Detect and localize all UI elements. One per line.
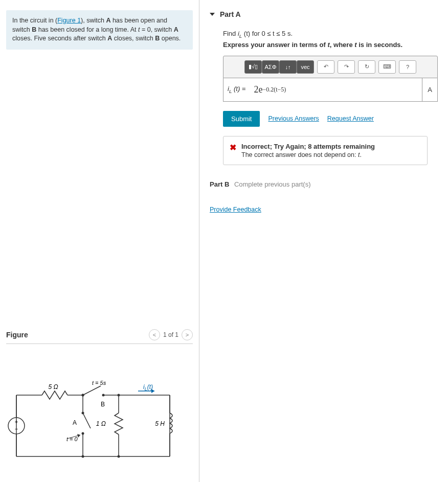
- feedback-sub: The correct answer does not depend on: t…: [241, 151, 375, 158]
- right-column: Part A Find iL (t) for 0 ≤ t ≤ 5 s. Expr…: [199, 0, 448, 482]
- undo-button[interactable]: ↶: [317, 60, 334, 74]
- problem-text: = 0, switch: [140, 26, 173, 33]
- problem-text: ), switch: [81, 17, 106, 24]
- figure-link[interactable]: Figure 1: [57, 17, 81, 24]
- switch-label: B: [32, 26, 36, 33]
- part-a-title: Part A: [220, 10, 241, 18]
- switch-b-label: B: [101, 401, 105, 408]
- answer-base: 2e: [254, 84, 262, 95]
- request-answer-link[interactable]: Request Answer: [327, 115, 374, 122]
- prompt-text: (t) for 0 ≤ t ≤ 5 s.: [242, 30, 293, 37]
- r1-label: 5 Ω: [48, 383, 58, 391]
- problem-text: In the circuit in (: [12, 17, 57, 24]
- circuit-figure: 5 Ω t = 5s B iL(t) +: [6, 364, 180, 472]
- prompt-instruction: Express your answer in terms of t, where…: [223, 41, 443, 49]
- feedback-box: ✖ Incorrect; Try Again; 8 attempts remai…: [223, 136, 428, 165]
- switch-a-label: A: [73, 419, 77, 426]
- figure-section: Figure < 1 of 1 > 5 Ω: [6, 329, 193, 472]
- prompt-text: Find: [223, 30, 238, 37]
- problem-text: opens.: [160, 35, 181, 42]
- redo-button[interactable]: ↷: [338, 60, 355, 74]
- previous-answers-link[interactable]: Previous Answers: [268, 115, 319, 122]
- part-b-row: Part B Complete previous part(s): [210, 180, 443, 188]
- problem-text: closes, switch: [112, 35, 155, 42]
- templates-button[interactable]: ▮√▯: [244, 60, 262, 74]
- switch-label: B: [155, 35, 160, 42]
- greek-button[interactable]: ΑΣΦ: [262, 60, 279, 74]
- part-b-label: Part B: [210, 180, 229, 188]
- subscript-button[interactable]: ↓↑: [279, 60, 297, 74]
- svg-point-28: [82, 394, 84, 397]
- incorrect-icon: ✖: [230, 143, 236, 152]
- prompt-var: iL: [238, 30, 242, 37]
- figure-pager-text: 1 of 1: [163, 331, 178, 338]
- answer-prefix: iL (t) =: [223, 78, 250, 102]
- answer-row: iL (t) = 2e−0.2(t−5) A: [223, 78, 438, 102]
- vec-button[interactable]: vec: [297, 60, 314, 74]
- r2-label: 1 Ω: [96, 420, 106, 427]
- switch-label: A: [174, 26, 178, 33]
- submit-row: Submit Previous Answers Request Answer: [223, 111, 443, 127]
- svg-line-19: [83, 413, 91, 428]
- instruction-text: Express your answer in terms of t, where…: [223, 41, 402, 49]
- left-column: In the circuit in (Figure 1), switch A h…: [0, 0, 199, 482]
- provide-feedback-link[interactable]: Provide Feedback: [210, 206, 261, 213]
- reset-button[interactable]: ↻: [358, 60, 375, 74]
- equation-toolbar: ▮√▯ ΑΣΦ ↓↑ vec ↶ ↷ ↻ ⌨ ?: [223, 56, 438, 78]
- prompt: Find iL (t) for 0 ≤ t ≤ 5 s.: [223, 30, 443, 39]
- problem-statement: In the circuit in (Figure 1), switch A h…: [6, 10, 193, 50]
- svg-text:+: +: [15, 419, 18, 425]
- switch-label: A: [107, 35, 112, 42]
- part-b-text: Complete previous part(s): [234, 180, 311, 188]
- figure-next-button[interactable]: >: [182, 329, 193, 340]
- svg-point-31: [118, 455, 120, 458]
- help-button[interactable]: ?: [399, 60, 416, 74]
- svg-point-30: [82, 455, 84, 458]
- caret-down-icon: [210, 13, 215, 16]
- keyboard-button[interactable]: ⌨: [378, 60, 396, 74]
- submit-button[interactable]: Submit: [223, 111, 260, 127]
- t0-label: t = 0: [66, 436, 78, 442]
- inductor-label: 5 H: [155, 420, 165, 427]
- svg-point-29: [118, 394, 120, 397]
- problem-text: has been closed for a long time. At: [36, 26, 138, 33]
- svg-line-6: [83, 386, 101, 395]
- problem-text: closes. Five seconds after switch: [12, 35, 107, 42]
- feedback-title: Incorrect; Try Again; 8 attempts remaini…: [241, 143, 375, 150]
- figure-title: Figure: [6, 331, 28, 339]
- part-a-header[interactable]: Part A: [210, 6, 443, 22]
- answer-exp: −0.2(t−5): [262, 86, 286, 94]
- t5-label: t = 5s: [92, 380, 106, 386]
- svg-text:−: −: [15, 426, 18, 432]
- answer-input[interactable]: 2e−0.2(t−5): [250, 78, 422, 102]
- figure-prev-button[interactable]: <: [149, 329, 160, 340]
- units: A: [422, 78, 438, 102]
- figure-pager: < 1 of 1 >: [149, 329, 193, 340]
